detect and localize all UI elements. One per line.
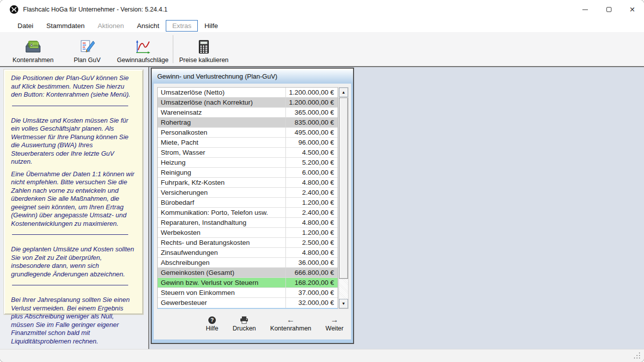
close-button[interactable]: ✕ [620,0,644,19]
statusbar [0,349,644,362]
printer-icon [240,316,248,324]
row-label: Fuhrpark, Kfz-Kosten [158,178,286,187]
row-label: Umsatzerlöse (Netto) [158,88,286,97]
app-window: Flashcalc HoGa für Unternehmer - Version… [0,0,644,362]
table-row[interactable]: Kommunikation: Porto, Telefon usw. 2.400… [158,208,338,218]
info-paragraph: Die geplanten Umsätze und Kosten sollten… [11,245,136,278]
row-label: Reparaturen, Instandhaltung [158,218,286,227]
print-button-label: Drucken [233,325,256,332]
row-label: Versicherungen [158,188,286,197]
toolbar-preise-kalkulieren-button[interactable]: Preise kalkulieren [177,35,231,64]
app-logo-icon [10,5,19,14]
minimize-button[interactable] [573,0,597,19]
row-value: 2.400,00 € [286,188,338,197]
plan-guv-table: Umsatzerlöse (Netto) 1.200.000,00 € Umsa… [157,87,338,309]
table-row[interactable]: Rohertrag 835.000,00 € [158,118,338,128]
scroll-up-button[interactable]: ▲ [339,88,348,97]
row-label: Heizung [158,158,286,167]
vertical-scrollbar[interactable]: ▲ ▼ [339,87,349,309]
kontenrahmen-button-label: Kontenrahmen [270,325,311,332]
row-value: 4.800,00 € [286,218,338,227]
row-label: Steuern von Einkommen [158,288,286,297]
row-value: 36.000,00 € [286,258,338,267]
maximize-button[interactable] [597,0,620,19]
plan-guv-window-title[interactable]: Gewinn- und Verlustrechnung (Plan-GuV) [152,69,353,84]
window-title: Flashcalc HoGa für Unternehmer - Version… [23,6,167,13]
curve-chart-icon [134,39,152,55]
info-paragraph: Die Umsätze und Kosten müssen Sie für ei… [11,117,136,166]
row-label: Bürobedarf [158,198,286,207]
row-label: Gewinn bzw. Verlust vor Steuern [158,278,286,287]
info-paragraph: Die Positionen der Plan-GuV können Sie a… [11,74,136,99]
toolbar: Kontenrahmen Plan GuV Gewinnaufs [0,32,644,66]
toolbar-button-label: Plan GuV [74,57,101,64]
table-row[interactable]: Umsatzerlöse (Netto) 1.200.000,00 € [158,88,338,98]
row-value: 37.000,00 € [286,288,338,297]
table-row[interactable]: Zinsaufwendungen 4.800,00 € [158,248,338,258]
info-panel: Die Positionen der Plan-GuV können Sie a… [0,67,149,349]
row-value: 1.200.000,00 € [286,88,338,97]
toolbar-separator [173,35,173,63]
menu-datei[interactable]: Datei [11,20,40,32]
row-value: 1.200.000,00 € [286,98,338,107]
table-row[interactable]: Heizung 5.200,00 € [158,158,338,168]
row-value: 2.400,00 € [286,208,338,217]
row-value: 32.000,00 € [286,298,338,308]
toolbar-gewinnaufschlaege-button[interactable]: Gewinnaufschläge [113,35,172,64]
scrollbar-thumb[interactable] [339,98,348,279]
menu-hilfe[interactable]: Hilfe [198,20,224,32]
row-label: Rechts- und Beratungskosten [158,238,286,247]
row-label: Reinigung [158,168,286,177]
plan-guv-window: Gewinn- und Verlustrechnung (Plan-GuV) U… [151,68,354,344]
row-label: Wareneinsatz [158,108,286,117]
table-row[interactable]: Miete, Pacht 96.000,00 € [158,138,338,148]
table-row[interactable]: Gewerbesteuer 32.000,00 € [158,298,338,308]
resize-grip-icon[interactable] [634,352,640,359]
info-paragraph: Bei Ihrer Jahresplanung sollten Sie eine… [11,296,136,345]
plan-guv-window-body: Umsatzerlöse (Netto) 1.200.000,00 € Umsa… [152,84,353,343]
table-row[interactable]: Werbekosten 1.200,00 € [158,228,338,238]
table-row[interactable]: Reparaturen, Instandhaltung 4.800,00 € [158,218,338,228]
help-icon: ? [208,316,216,324]
table-row[interactable]: Umsatzerlöse (nach Korrektur) 1.200.000,… [158,98,338,108]
row-label: Abschreibungen [158,258,286,267]
table-row[interactable]: Personalkosten 495.000,00 € [158,128,338,138]
help-button[interactable]: ? Hilfe [206,316,218,332]
table-row[interactable]: Strom, Wasser 4.500,00 € [158,148,338,158]
table-row[interactable]: Fuhrpark, Kfz-Kosten 4.800,00 € [158,178,338,188]
table-row[interactable]: Abschreibungen 36.000,00 € [158,258,338,268]
card-file-icon [24,39,42,55]
scroll-down-button[interactable]: ▼ [339,299,348,308]
table-row[interactable]: Versicherungen 2.400,00 € [158,188,338,198]
help-button-label: Hilfe [206,325,218,332]
weiter-button[interactable]: → Weiter [326,316,344,332]
menu-stammdaten[interactable]: Stammdaten [40,20,92,32]
window-controls: ✕ [573,0,644,19]
info-separator [12,234,128,235]
row-label: Umsatzerlöse (nach Korrektur) [158,98,286,107]
print-button[interactable]: Drucken [233,316,256,332]
toolbar-button-label: Preise kalkulieren [179,57,229,64]
arrow-left-icon: ← [287,316,295,323]
menu-ansicht[interactable]: Ansicht [131,20,166,32]
toolbar-kontenrahmen-button[interactable]: Kontenrahmen [5,35,61,64]
info-separator [12,285,128,285]
table-row[interactable]: Gewinn bzw. Verlust vor Steuern 168.200,… [158,278,338,288]
row-value: 168.200,00 € [286,278,338,287]
row-label: Personalkosten [158,128,286,137]
table-row[interactable]: Steuern von Einkommen 37.000,00 € [158,288,338,298]
row-value: 6.000,00 € [286,168,338,177]
toolbar-plan-guv-button[interactable]: Plan GuV [63,35,111,64]
table-row[interactable]: Bürobedarf 1.200,00 € [158,198,338,208]
toolbar-button-label: Gewinnaufschläge [117,57,169,64]
menu-extras[interactable]: Extras [166,20,198,32]
table-row[interactable]: Reinigung 6.000,00 € [158,168,338,178]
row-value: 1.200,00 € [286,228,338,237]
table-row[interactable]: Gemeinkosten (Gesamt) 666.800,00 € [158,268,338,278]
titlebar: Flashcalc HoGa für Unternehmer - Version… [0,0,644,19]
kontenrahmen-back-button[interactable]: ← Kontenrahmen [270,316,311,332]
info-separator [12,106,128,106]
table-row[interactable]: Wareneinsatz 365.000,00 € [158,108,338,118]
close-icon: ✕ [629,6,635,13]
table-row[interactable]: Rechts- und Beratungskosten 2.500,00 € [158,238,338,248]
